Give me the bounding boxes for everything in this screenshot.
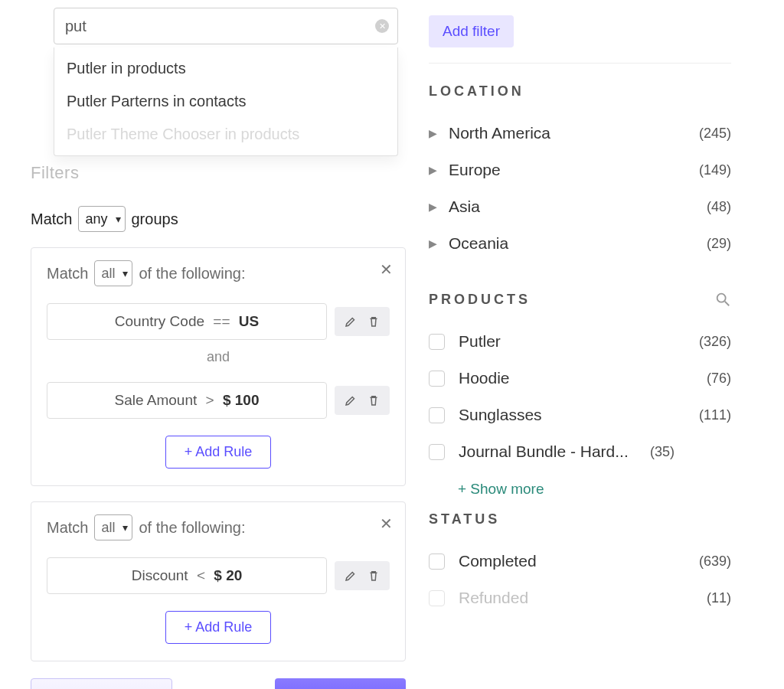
facet-count: (48): [707, 199, 731, 215]
filters-heading: Filters: [31, 163, 406, 183]
match-suffix: groups: [132, 211, 178, 228]
product-item[interactable]: Putler (326): [429, 323, 731, 360]
caret-right-icon: ▶: [429, 127, 449, 139]
location-item[interactable]: ▶ North America (245): [429, 115, 731, 152]
clear-search-icon[interactable]: ✕: [375, 19, 389, 33]
group-match-suffix: of the following:: [139, 265, 245, 282]
facet-count: (326): [699, 334, 731, 350]
product-item[interactable]: Hoodie (76): [429, 360, 731, 397]
facet-label: Oceania: [449, 234, 707, 253]
suggestion-item[interactable]: Putler in products: [54, 52, 397, 85]
rule-op: >: [206, 392, 214, 408]
show-more-button[interactable]: + Show more: [429, 470, 731, 511]
rule-op: <: [197, 567, 205, 583]
rule-field: Country Code: [115, 313, 204, 329]
status-item[interactable]: Completed (639): [429, 543, 731, 580]
products-heading: PRODUCTS: [429, 291, 731, 308]
caret-right-icon: ▶: [429, 201, 449, 213]
group-match-prefix: Match: [47, 519, 88, 537]
checkbox[interactable]: [429, 371, 445, 387]
facet-count: (639): [699, 553, 731, 570]
divider: [429, 63, 731, 64]
suggestion-item[interactable]: Putler Theme Chooser in products: [54, 118, 397, 151]
rule-display: Country Code == US: [47, 303, 327, 340]
facet-label: Hoodie: [459, 369, 707, 387]
rule-op: ==: [213, 313, 230, 329]
edit-icon[interactable]: [344, 393, 358, 407]
close-group-icon[interactable]: ✕: [380, 260, 393, 279]
facet-count: (29): [707, 236, 731, 252]
status-item[interactable]: Refunded (11): [429, 580, 731, 616]
match-scope-select[interactable]: any: [78, 206, 125, 232]
facet-label: Europe: [449, 161, 699, 179]
facet-count: (11): [707, 590, 731, 606]
group-match-prefix: Match: [47, 265, 88, 282]
group-match-suffix: of the following:: [139, 519, 245, 537]
checkbox[interactable]: [429, 553, 445, 570]
location-heading: LOCATION: [429, 83, 731, 100]
svg-point-0: [717, 294, 726, 302]
facet-label: Journal Bundle - Hard...: [459, 442, 650, 461]
rule-value: $ 20: [214, 567, 242, 583]
rule-value: US: [239, 313, 259, 329]
rule-field: Discount: [132, 567, 188, 583]
checkbox[interactable]: [429, 444, 445, 460]
trash-icon[interactable]: [367, 393, 381, 407]
add-rule-button[interactable]: + Add Rule: [165, 611, 272, 644]
facet-label: Completed: [459, 552, 699, 570]
trash-icon[interactable]: [367, 315, 381, 328]
location-heading-label: LOCATION: [429, 83, 524, 100]
filter-group: Match all of the following: ✕ Discount <…: [31, 501, 406, 661]
facet-count: (245): [699, 126, 731, 142]
rule-display: Sale Amount > $ 100: [47, 382, 327, 419]
and-label: and: [47, 349, 390, 365]
match-label: Match: [31, 211, 72, 228]
checkbox[interactable]: [429, 407, 445, 423]
facet-label: Refunded: [459, 589, 707, 607]
facet-count: (76): [707, 371, 731, 387]
edit-icon[interactable]: [344, 315, 358, 328]
rule-field: Sale Amount: [115, 392, 198, 408]
search-input[interactable]: [54, 8, 398, 44]
status-heading: STATUS: [429, 511, 731, 527]
caret-right-icon: ▶: [429, 164, 449, 176]
add-filter-button[interactable]: Add filter: [429, 15, 514, 47]
rule-value: $ 100: [223, 392, 260, 408]
checkbox[interactable]: [429, 590, 445, 606]
search-icon[interactable]: [714, 291, 731, 308]
location-item[interactable]: ▶ Oceania (29): [429, 225, 731, 262]
status-heading-label: STATUS: [429, 511, 500, 527]
facet-label: Sunglasses: [459, 406, 699, 424]
location-item[interactable]: ▶ Europe (149): [429, 152, 731, 188]
search-suggestions: Putler in products Putler Parterns in co…: [54, 47, 398, 156]
add-filter-group-button[interactable]: + Add Filter Group: [31, 678, 172, 689]
facet-label: North America: [449, 124, 699, 142]
facet-count: (149): [699, 162, 731, 178]
apply-filters-button[interactable]: Apply Filters: [275, 678, 406, 689]
checkbox[interactable]: [429, 334, 445, 350]
svg-line-1: [725, 302, 730, 306]
group-scope-select[interactable]: all: [94, 514, 132, 540]
rule-display: Discount < $ 20: [47, 557, 327, 594]
group-scope-select[interactable]: all: [94, 260, 132, 286]
product-item[interactable]: Journal Bundle - Hard... (35): [429, 433, 731, 470]
facet-count: (111): [699, 407, 731, 423]
close-group-icon[interactable]: ✕: [380, 514, 393, 533]
location-item[interactable]: ▶ Asia (48): [429, 188, 731, 225]
edit-icon[interactable]: [344, 569, 358, 583]
filter-group: Match all of the following: ✕ Country Co…: [31, 247, 406, 486]
facet-label: Asia: [449, 198, 707, 216]
facet-count: (35): [650, 444, 675, 460]
products-heading-label: PRODUCTS: [429, 292, 531, 308]
product-item[interactable]: Sunglasses (111): [429, 397, 731, 433]
facet-label: Putler: [459, 332, 699, 351]
trash-icon[interactable]: [367, 569, 381, 583]
add-rule-button[interactable]: + Add Rule: [165, 436, 272, 469]
caret-right-icon: ▶: [429, 237, 449, 250]
suggestion-item[interactable]: Putler Parterns in contacts: [54, 85, 397, 118]
